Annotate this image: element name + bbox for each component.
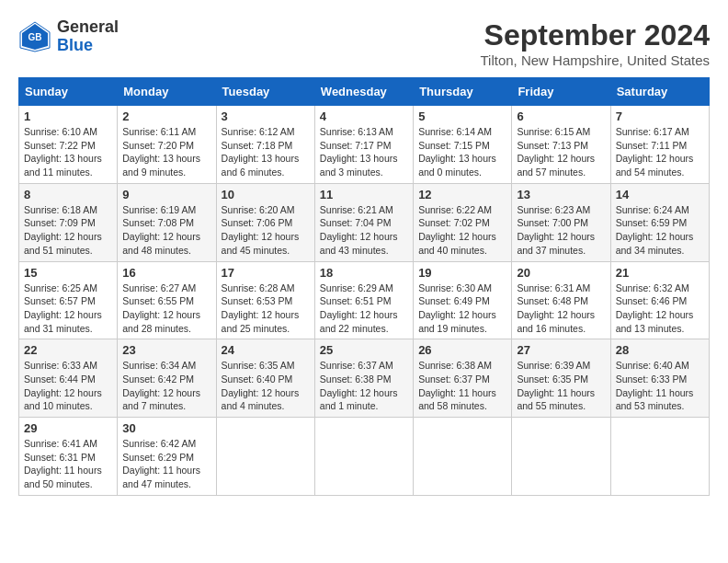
day-of-week-header: Wednesday (314, 78, 413, 106)
logo-icon: GB (18, 20, 51, 53)
month-year: September 2024 (480, 18, 710, 52)
calendar-cell: 17Sunrise: 6:28 AMSunset: 6:53 PMDayligh… (216, 261, 314, 339)
day-info: Sunrise: 6:35 AMSunset: 6:40 PMDaylight:… (222, 359, 310, 413)
day-number: 9 (122, 188, 210, 201)
calendar-cell: 8Sunrise: 6:18 AMSunset: 7:09 PMDaylight… (19, 183, 118, 261)
day-number: 3 (222, 109, 310, 123)
day-info: Sunrise: 6:32 AMSunset: 6:46 PMDaylight:… (616, 282, 704, 336)
calendar-cell: 25Sunrise: 6:37 AMSunset: 6:38 PMDayligh… (314, 339, 413, 418)
day-number: 5 (418, 109, 506, 123)
calendar-cell: 29Sunrise: 6:41 AMSunset: 6:31 PMDayligh… (19, 418, 118, 496)
day-info: Sunrise: 6:19 AMSunset: 7:08 PMDaylight:… (122, 203, 210, 258)
day-info: Sunrise: 6:17 AMSunset: 7:11 PMDaylight:… (616, 125, 704, 179)
day-info: Sunrise: 6:41 AMSunset: 6:31 PMDaylight:… (24, 437, 112, 491)
day-info: Sunrise: 6:33 AMSunset: 6:44 PMDaylight:… (24, 359, 112, 413)
day-of-week-header: Thursday (414, 78, 512, 106)
day-number: 10 (222, 188, 310, 201)
calendar-cell (216, 418, 314, 496)
day-number: 29 (24, 421, 112, 435)
day-number: 27 (517, 343, 605, 357)
day-info: Sunrise: 6:18 AMSunset: 7:09 PMDaylight:… (24, 203, 112, 258)
calendar-cell: 6Sunrise: 6:15 AMSunset: 7:13 PMDaylight… (512, 106, 610, 184)
calendar-week-row: 1Sunrise: 6:10 AMSunset: 7:22 PMDaylight… (19, 106, 710, 184)
calendar-week-row: 15Sunrise: 6:25 AMSunset: 6:57 PMDayligh… (19, 261, 710, 339)
svg-text:GB: GB (28, 32, 42, 42)
calendar-cell: 15Sunrise: 6:25 AMSunset: 6:57 PMDayligh… (19, 261, 118, 339)
day-of-week-header: Saturday (610, 78, 709, 106)
day-number: 28 (616, 343, 704, 357)
day-of-week-header: Tuesday (216, 78, 314, 106)
day-number: 13 (517, 188, 605, 201)
calendar-cell (414, 418, 512, 496)
calendar-cell (314, 418, 413, 496)
day-number: 8 (24, 188, 112, 201)
day-number: 7 (616, 109, 704, 123)
day-number: 25 (320, 343, 408, 357)
calendar-table: SundayMondayTuesdayWednesdayThursdayFrid… (18, 77, 710, 496)
day-number: 15 (24, 266, 112, 280)
calendar-cell: 5Sunrise: 6:14 AMSunset: 7:15 PMDaylight… (414, 106, 512, 184)
day-info: Sunrise: 6:15 AMSunset: 7:13 PMDaylight:… (517, 125, 605, 179)
day-info: Sunrise: 6:25 AMSunset: 6:57 PMDaylight:… (24, 282, 112, 336)
calendar-cell: 30Sunrise: 6:42 AMSunset: 6:29 PMDayligh… (118, 418, 216, 496)
day-info: Sunrise: 6:34 AMSunset: 6:42 PMDaylight:… (122, 359, 210, 413)
calendar-cell (512, 418, 610, 496)
day-number: 24 (222, 343, 310, 357)
calendar-cell: 12Sunrise: 6:22 AMSunset: 7:02 PMDayligh… (414, 183, 512, 261)
day-number: 4 (320, 109, 408, 123)
day-of-week-header: Friday (512, 78, 610, 106)
calendar-cell: 1Sunrise: 6:10 AMSunset: 7:22 PMDaylight… (19, 106, 118, 184)
day-number: 26 (418, 343, 506, 357)
day-of-week-header: Monday (118, 78, 216, 106)
day-info: Sunrise: 6:29 AMSunset: 6:51 PMDaylight:… (320, 282, 408, 336)
day-info: Sunrise: 6:39 AMSunset: 6:35 PMDaylight:… (517, 359, 605, 413)
day-number: 20 (517, 266, 605, 280)
calendar-week-row: 8Sunrise: 6:18 AMSunset: 7:09 PMDaylight… (19, 183, 710, 261)
calendar-cell: 28Sunrise: 6:40 AMSunset: 6:33 PMDayligh… (610, 339, 709, 418)
day-info: Sunrise: 6:28 AMSunset: 6:53 PMDaylight:… (222, 282, 310, 336)
day-number: 2 (122, 109, 210, 123)
day-info: Sunrise: 6:23 AMSunset: 7:00 PMDaylight:… (517, 203, 605, 258)
day-number: 11 (320, 188, 408, 201)
day-number: 23 (122, 343, 210, 357)
day-info: Sunrise: 6:42 AMSunset: 6:29 PMDaylight:… (122, 437, 210, 491)
calendar-cell: 13Sunrise: 6:23 AMSunset: 7:00 PMDayligh… (512, 183, 610, 261)
calendar-cell: 16Sunrise: 6:27 AMSunset: 6:55 PMDayligh… (118, 261, 216, 339)
calendar-cell: 4Sunrise: 6:13 AMSunset: 7:17 PMDaylight… (314, 106, 413, 184)
calendar-week-row: 29Sunrise: 6:41 AMSunset: 6:31 PMDayligh… (19, 418, 710, 496)
day-info: Sunrise: 6:30 AMSunset: 6:49 PMDaylight:… (418, 282, 506, 336)
day-number: 14 (616, 188, 704, 201)
calendar-cell: 14Sunrise: 6:24 AMSunset: 6:59 PMDayligh… (610, 183, 709, 261)
day-info: Sunrise: 6:37 AMSunset: 6:38 PMDaylight:… (320, 359, 408, 413)
day-number: 1 (24, 109, 112, 123)
calendar-cell: 10Sunrise: 6:20 AMSunset: 7:06 PMDayligh… (216, 183, 314, 261)
day-info: Sunrise: 6:22 AMSunset: 7:02 PMDaylight:… (418, 203, 506, 258)
day-info: Sunrise: 6:13 AMSunset: 7:17 PMDaylight:… (320, 125, 408, 179)
day-info: Sunrise: 6:27 AMSunset: 6:55 PMDaylight:… (122, 282, 210, 336)
day-info: Sunrise: 6:14 AMSunset: 7:15 PMDaylight:… (418, 125, 506, 179)
logo: GB General Blue (18, 18, 119, 55)
calendar-cell: 2Sunrise: 6:11 AMSunset: 7:20 PMDaylight… (118, 106, 216, 184)
day-info: Sunrise: 6:21 AMSunset: 7:04 PMDaylight:… (320, 203, 408, 258)
day-number: 17 (222, 266, 310, 280)
calendar-cell: 18Sunrise: 6:29 AMSunset: 6:51 PMDayligh… (314, 261, 413, 339)
day-number: 21 (616, 266, 704, 280)
calendar-cell: 27Sunrise: 6:39 AMSunset: 6:35 PMDayligh… (512, 339, 610, 418)
calendar-cell: 23Sunrise: 6:34 AMSunset: 6:42 PMDayligh… (118, 339, 216, 418)
calendar-header-row: SundayMondayTuesdayWednesdayThursdayFrid… (19, 78, 710, 106)
day-info: Sunrise: 6:12 AMSunset: 7:18 PMDaylight:… (222, 125, 310, 179)
calendar-cell: 7Sunrise: 6:17 AMSunset: 7:11 PMDaylight… (610, 106, 709, 184)
calendar-cell: 22Sunrise: 6:33 AMSunset: 6:44 PMDayligh… (19, 339, 118, 418)
calendar-cell: 11Sunrise: 6:21 AMSunset: 7:04 PMDayligh… (314, 183, 413, 261)
calendar-cell: 26Sunrise: 6:38 AMSunset: 6:37 PMDayligh… (414, 339, 512, 418)
title-block: September 2024 Tilton, New Hampshire, Un… (480, 18, 710, 68)
day-info: Sunrise: 6:10 AMSunset: 7:22 PMDaylight:… (24, 125, 112, 179)
day-info: Sunrise: 6:40 AMSunset: 6:33 PMDaylight:… (616, 359, 704, 413)
calendar-week-row: 22Sunrise: 6:33 AMSunset: 6:44 PMDayligh… (19, 339, 710, 418)
calendar-cell: 20Sunrise: 6:31 AMSunset: 6:48 PMDayligh… (512, 261, 610, 339)
location: Tilton, New Hampshire, United States (480, 52, 710, 68)
day-number: 22 (24, 343, 112, 357)
calendar-cell: 3Sunrise: 6:12 AMSunset: 7:18 PMDaylight… (216, 106, 314, 184)
day-info: Sunrise: 6:24 AMSunset: 6:59 PMDaylight:… (616, 203, 704, 258)
day-info: Sunrise: 6:38 AMSunset: 6:37 PMDaylight:… (418, 359, 506, 413)
